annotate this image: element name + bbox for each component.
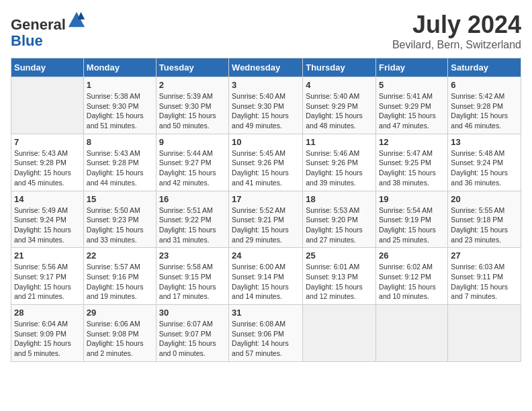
day-number: 26 <box>379 250 445 261</box>
cell-info: Sunrise: 5:38 AM Sunset: 9:30 PM Dayligh… <box>87 91 153 131</box>
weekday-header-friday: Friday <box>376 58 448 77</box>
calendar-cell: 19Sunrise: 5:54 AM Sunset: 9:19 PM Dayli… <box>376 191 448 248</box>
calendar-cell: 7Sunrise: 5:43 AM Sunset: 9:28 PM Daylig… <box>11 134 84 191</box>
cell-info: Sunrise: 5:51 AM Sunset: 9:22 PM Dayligh… <box>159 205 226 245</box>
cell-info: Sunrise: 5:39 AM Sunset: 9:30 PM Dayligh… <box>159 91 226 131</box>
cell-info: Sunrise: 6:04 AM Sunset: 9:09 PM Dayligh… <box>14 319 81 359</box>
calendar-cell: 4Sunrise: 5:40 AM Sunset: 9:29 PM Daylig… <box>303 77 376 134</box>
cell-info: Sunrise: 5:44 AM Sunset: 9:27 PM Dayligh… <box>159 148 226 188</box>
calendar-cell: 6Sunrise: 5:42 AM Sunset: 9:28 PM Daylig… <box>448 77 521 134</box>
day-number: 30 <box>159 308 226 318</box>
day-number: 22 <box>87 250 153 261</box>
cell-info: Sunrise: 5:46 AM Sunset: 9:26 PM Dayligh… <box>306 148 373 188</box>
day-number: 20 <box>451 194 518 204</box>
cell-info: Sunrise: 5:41 AM Sunset: 9:29 PM Dayligh… <box>379 91 445 131</box>
week-row-1: 1Sunrise: 5:38 AM Sunset: 9:30 PM Daylig… <box>11 77 521 134</box>
cell-info: Sunrise: 5:53 AM Sunset: 9:20 PM Dayligh… <box>306 205 373 245</box>
calendar-cell: 17Sunrise: 5:52 AM Sunset: 9:21 PM Dayli… <box>229 191 303 248</box>
calendar-cell <box>11 77 84 134</box>
calendar-cell <box>448 305 521 362</box>
weekday-header-row: SundayMondayTuesdayWednesdayThursdayFrid… <box>11 58 521 77</box>
calendar-cell: 9Sunrise: 5:44 AM Sunset: 9:27 PM Daylig… <box>156 134 228 191</box>
cell-info: Sunrise: 5:47 AM Sunset: 9:25 PM Dayligh… <box>379 148 445 188</box>
cell-info: Sunrise: 5:40 AM Sunset: 9:29 PM Dayligh… <box>306 91 373 131</box>
cell-info: Sunrise: 6:00 AM Sunset: 9:14 PM Dayligh… <box>232 262 300 302</box>
calendar-cell: 3Sunrise: 5:40 AM Sunset: 9:30 PM Daylig… <box>229 77 303 134</box>
calendar-cell: 12Sunrise: 5:47 AM Sunset: 9:25 PM Dayli… <box>376 134 448 191</box>
weekday-header-saturday: Saturday <box>448 58 521 77</box>
cell-info: Sunrise: 5:43 AM Sunset: 9:28 PM Dayligh… <box>14 148 81 188</box>
calendar-table: SundayMondayTuesdayWednesdayThursdayFrid… <box>11 58 521 362</box>
calendar-cell: 1Sunrise: 5:38 AM Sunset: 9:30 PM Daylig… <box>83 77 156 134</box>
day-number: 3 <box>232 80 300 90</box>
day-number: 8 <box>87 137 153 147</box>
day-number: 23 <box>159 250 226 261</box>
cell-info: Sunrise: 6:08 AM Sunset: 9:06 PM Dayligh… <box>232 319 300 359</box>
day-number: 2 <box>159 80 226 90</box>
page-header: General Blue July 2024 Bevilard, Bern, S… <box>11 11 521 51</box>
cell-info: Sunrise: 5:56 AM Sunset: 9:17 PM Dayligh… <box>14 262 81 302</box>
day-number: 29 <box>87 308 153 318</box>
day-number: 13 <box>451 137 518 147</box>
day-number: 27 <box>451 250 518 261</box>
day-number: 15 <box>87 194 153 204</box>
month-year-title: July 2024 <box>392 11 521 39</box>
cell-info: Sunrise: 5:48 AM Sunset: 9:24 PM Dayligh… <box>451 148 518 188</box>
calendar-cell: 11Sunrise: 5:46 AM Sunset: 9:26 PM Dayli… <box>303 134 376 191</box>
day-number: 25 <box>306 250 373 261</box>
day-number: 6 <box>451 80 518 90</box>
day-number: 4 <box>306 80 373 90</box>
cell-info: Sunrise: 5:52 AM Sunset: 9:21 PM Dayligh… <box>232 205 300 245</box>
day-number: 19 <box>379 194 445 204</box>
day-number: 10 <box>232 137 300 147</box>
calendar-cell: 22Sunrise: 5:57 AM Sunset: 9:16 PM Dayli… <box>83 248 156 305</box>
cell-info: Sunrise: 5:54 AM Sunset: 9:19 PM Dayligh… <box>379 205 445 245</box>
cell-info: Sunrise: 5:55 AM Sunset: 9:18 PM Dayligh… <box>451 205 518 245</box>
cell-info: Sunrise: 6:03 AM Sunset: 9:11 PM Dayligh… <box>451 262 518 302</box>
week-row-5: 28Sunrise: 6:04 AM Sunset: 9:09 PM Dayli… <box>11 305 521 362</box>
calendar-cell: 26Sunrise: 6:02 AM Sunset: 9:12 PM Dayli… <box>376 248 448 305</box>
calendar-cell: 8Sunrise: 5:43 AM Sunset: 9:28 PM Daylig… <box>83 134 156 191</box>
day-number: 12 <box>379 137 445 147</box>
day-number: 11 <box>306 137 373 147</box>
calendar-cell: 25Sunrise: 6:01 AM Sunset: 9:13 PM Dayli… <box>303 248 376 305</box>
cell-info: Sunrise: 5:57 AM Sunset: 9:16 PM Dayligh… <box>87 262 153 302</box>
calendar-cell: 27Sunrise: 6:03 AM Sunset: 9:11 PM Dayli… <box>448 248 521 305</box>
calendar-cell: 20Sunrise: 5:55 AM Sunset: 9:18 PM Dayli… <box>448 191 521 248</box>
cell-info: Sunrise: 5:45 AM Sunset: 9:26 PM Dayligh… <box>232 148 300 188</box>
location-subtitle: Bevilard, Bern, Switzerland <box>392 39 521 51</box>
cell-info: Sunrise: 5:49 AM Sunset: 9:24 PM Dayligh… <box>14 205 81 245</box>
cell-info: Sunrise: 5:40 AM Sunset: 9:30 PM Dayligh… <box>232 91 300 131</box>
day-number: 31 <box>232 308 300 318</box>
cell-info: Sunrise: 6:06 AM Sunset: 9:08 PM Dayligh… <box>87 319 153 359</box>
calendar-cell: 28Sunrise: 6:04 AM Sunset: 9:09 PM Dayli… <box>11 305 84 362</box>
logo-general: General <box>11 16 66 33</box>
logo: General Blue <box>11 11 86 49</box>
calendar-cell: 29Sunrise: 6:06 AM Sunset: 9:08 PM Dayli… <box>83 305 156 362</box>
title-block: July 2024 Bevilard, Bern, Switzerland <box>392 11 521 51</box>
calendar-cell: 18Sunrise: 5:53 AM Sunset: 9:20 PM Dayli… <box>303 191 376 248</box>
calendar-cell: 16Sunrise: 5:51 AM Sunset: 9:22 PM Dayli… <box>156 191 228 248</box>
day-number: 28 <box>14 308 81 318</box>
week-row-4: 21Sunrise: 5:56 AM Sunset: 9:17 PM Dayli… <box>11 248 521 305</box>
day-number: 5 <box>379 80 445 90</box>
cell-info: Sunrise: 6:02 AM Sunset: 9:12 PM Dayligh… <box>379 262 445 302</box>
calendar-cell: 24Sunrise: 6:00 AM Sunset: 9:14 PM Dayli… <box>229 248 303 305</box>
calendar-cell: 30Sunrise: 6:07 AM Sunset: 9:07 PM Dayli… <box>156 305 228 362</box>
cell-info: Sunrise: 5:42 AM Sunset: 9:28 PM Dayligh… <box>451 91 518 131</box>
cell-info: Sunrise: 5:50 AM Sunset: 9:23 PM Dayligh… <box>87 205 153 245</box>
week-row-3: 14Sunrise: 5:49 AM Sunset: 9:24 PM Dayli… <box>11 191 521 248</box>
cell-info: Sunrise: 5:58 AM Sunset: 9:15 PM Dayligh… <box>159 262 226 302</box>
calendar-cell: 14Sunrise: 5:49 AM Sunset: 9:24 PM Dayli… <box>11 191 84 248</box>
calendar-cell: 10Sunrise: 5:45 AM Sunset: 9:26 PM Dayli… <box>229 134 303 191</box>
cell-info: Sunrise: 5:43 AM Sunset: 9:28 PM Dayligh… <box>87 148 153 188</box>
calendar-cell: 23Sunrise: 5:58 AM Sunset: 9:15 PM Dayli… <box>156 248 228 305</box>
calendar-cell: 13Sunrise: 5:48 AM Sunset: 9:24 PM Dayli… <box>448 134 521 191</box>
weekday-header-monday: Monday <box>83 58 156 77</box>
calendar-cell: 5Sunrise: 5:41 AM Sunset: 9:29 PM Daylig… <box>376 77 448 134</box>
day-number: 21 <box>14 250 81 261</box>
weekday-header-sunday: Sunday <box>11 58 84 77</box>
calendar-cell: 31Sunrise: 6:08 AM Sunset: 9:06 PM Dayli… <box>229 305 303 362</box>
weekday-header-wednesday: Wednesday <box>229 58 303 77</box>
calendar-cell: 2Sunrise: 5:39 AM Sunset: 9:30 PM Daylig… <box>156 77 228 134</box>
